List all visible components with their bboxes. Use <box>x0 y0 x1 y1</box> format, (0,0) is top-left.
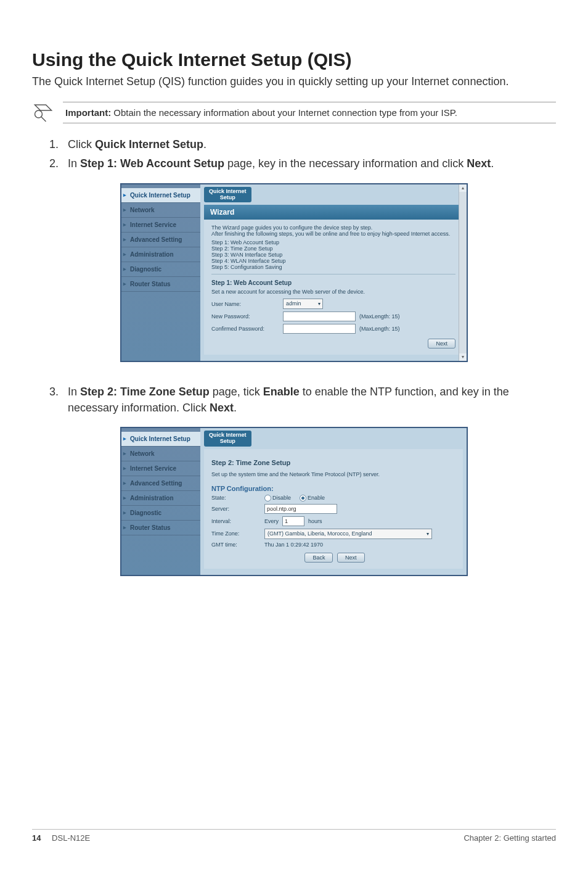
step-2: In Step 1: Web Account Setup page, key i… <box>62 156 556 171</box>
sidebar-item-qis[interactable]: Quick Internet Setup <box>121 188 200 203</box>
router-ui-1: Quick Internet Setup Network Internet Se… <box>120 183 468 363</box>
wizard-title: Wizard <box>204 205 463 220</box>
server-label: Server: <box>211 506 261 512</box>
step2-body: Step 2: Time Zone Setup Set up the syste… <box>204 449 463 569</box>
page-title: Using the Quick Internet Setup (QIS) <box>32 49 556 70</box>
sidebar-item-internet-service-2[interactable]: Internet Service <box>121 461 200 476</box>
sidebar-item-administration-2[interactable]: Administration <box>121 491 200 506</box>
sidebar-item-router-status-2[interactable]: Router Status <box>121 521 200 535</box>
svg-line-1 <box>41 117 46 122</box>
radio-icon-selected <box>300 495 306 501</box>
chapter-label: Chapter 2: Getting started <box>463 833 556 843</box>
interval-label: Interval: <box>211 518 261 524</box>
interval-suffix: hours <box>308 518 322 524</box>
scrollbar[interactable]: ▴ ▾ <box>459 184 467 361</box>
sidebar-item-advanced-2[interactable]: Advanced Setting <box>121 476 200 491</box>
step1-heading: Step 1: Web Account Setup <box>211 279 455 286</box>
newpass-hint: (MaxLength: 15) <box>359 313 400 320</box>
step-3: In Step 2: Time Zone Setup page, tick En… <box>62 384 556 415</box>
steps-list-2: In Step 2: Time Zone Setup page, tick En… <box>32 384 556 415</box>
state-disable[interactable]: Disable <box>264 495 291 501</box>
wizard-step-line-4: Step 4: WLAN Interface Setup <box>211 258 455 264</box>
tab-qis-2[interactable]: Quick Internet Setup <box>204 431 251 447</box>
wizard-step-line-3: Step 3: WAN Interface Setup <box>211 252 455 258</box>
sidebar-item-qis-2[interactable]: Quick Internet Setup <box>121 432 200 447</box>
wizard-step-line-2: Step 2: Time Zone Setup <box>211 245 455 252</box>
sidebar-item-network-2[interactable]: Network <box>121 447 200 461</box>
newpass-label: New Password: <box>211 313 279 320</box>
wizard-desc2: After finishing the following steps, you… <box>211 231 455 237</box>
scroll-down-icon[interactable]: ▾ <box>459 353 467 361</box>
note-icon <box>32 101 54 123</box>
tz-select[interactable]: (GMT) Gambia, Liberia, Morocco, England <box>264 529 432 539</box>
newpass-input[interactable] <box>283 311 356 321</box>
sidebar-item-router-status[interactable]: Router Status <box>121 277 200 292</box>
confirmpass-label: Confirmed Password: <box>211 326 279 332</box>
sidebar-item-diagnostic[interactable]: Diagnostic <box>121 262 200 277</box>
wizard-desc1: The Wizard page guides you to configure … <box>211 225 455 231</box>
scroll-up-icon[interactable]: ▴ <box>459 184 467 192</box>
page-number: 14 <box>32 833 41 843</box>
radio-icon <box>264 495 271 501</box>
step-1: Click Quick Internet Setup. <box>62 137 556 152</box>
state-label: State: <box>211 495 261 501</box>
step2-panel: Step 2: Time Zone Setup Set up the syste… <box>204 449 463 569</box>
step1-desc: Set a new account for accessing the Web … <box>211 289 455 295</box>
next-button[interactable]: Next <box>428 339 455 349</box>
note-text: Obtain the necessary information about y… <box>111 107 457 118</box>
page-footer: 14 DSL-N12E Chapter 2: Getting started <box>32 829 556 843</box>
wizard-panel: Wizard The Wizard page guides you to con… <box>204 205 463 355</box>
tz-label: Time Zone: <box>211 530 261 537</box>
gmt-label: GMT time: <box>211 542 261 548</box>
sidebar-item-administration[interactable]: Administration <box>121 247 200 262</box>
svg-point-0 <box>35 110 43 118</box>
intro-text: The Quick Internet Setup (QIS) function … <box>32 74 556 89</box>
sidebar-2: Quick Internet Setup Network Internet Se… <box>121 428 200 575</box>
step2-heading: Step 2: Time Zone Setup <box>211 459 455 466</box>
confirmpass-hint: (MaxLength: 15) <box>359 326 400 332</box>
note-box: Important: Obtain the necessary informat… <box>63 102 556 123</box>
state-enable[interactable]: Enable <box>300 495 325 501</box>
username-select[interactable]: admin <box>283 299 323 309</box>
tab-qis[interactable]: Quick Internet Setup <box>204 187 251 203</box>
username-label: User Name: <box>211 301 279 307</box>
note-label: Important: <box>65 107 111 118</box>
wizard-step-line-5: Step 5: Configuration Saving <box>211 264 455 270</box>
sidebar-item-network[interactable]: Network <box>121 203 200 218</box>
wizard-step-line-1: Step 1: Web Account Setup <box>211 239 455 245</box>
content-panel: Quick Internet Setup Wizard The Wizard p… <box>200 184 467 361</box>
sidebar-item-advanced[interactable]: Advanced Setting <box>121 233 200 247</box>
model-name: DSL-N12E <box>52 833 90 843</box>
sidebar-item-internet-service[interactable]: Internet Service <box>121 218 200 233</box>
interval-prefix: Every <box>264 518 279 524</box>
gmt-value: Thu Jan 1 0:29:42 1970 <box>264 542 323 548</box>
router-ui-2: Quick Internet Setup Network Internet Se… <box>120 427 468 576</box>
screenshot-1-wrap: Quick Internet Setup Network Internet Se… <box>32 183 556 363</box>
content-panel-2: Quick Internet Setup Step 2: Time Zone S… <box>200 428 467 575</box>
screenshot-2-wrap: Quick Internet Setup Network Internet Se… <box>32 427 556 576</box>
confirmpass-input[interactable] <box>283 324 356 334</box>
next-button-2[interactable]: Next <box>337 553 365 563</box>
interval-input[interactable]: 1 <box>282 516 304 526</box>
ntp-heading: NTP Configuration: <box>211 485 455 492</box>
server-input[interactable]: pool.ntp.org <box>264 504 337 514</box>
steps-list-1: Click Quick Internet Setup. In Step 1: W… <box>32 137 556 171</box>
wizard-body: The Wizard page guides you to configure … <box>204 220 463 355</box>
step2-desc: Set up the system time and the Network T… <box>211 471 455 477</box>
sidebar-item-diagnostic-2[interactable]: Diagnostic <box>121 506 200 521</box>
important-note: Important: Obtain the necessary informat… <box>32 101 556 123</box>
back-button[interactable]: Back <box>304 553 333 563</box>
sidebar: Quick Internet Setup Network Internet Se… <box>121 184 200 361</box>
